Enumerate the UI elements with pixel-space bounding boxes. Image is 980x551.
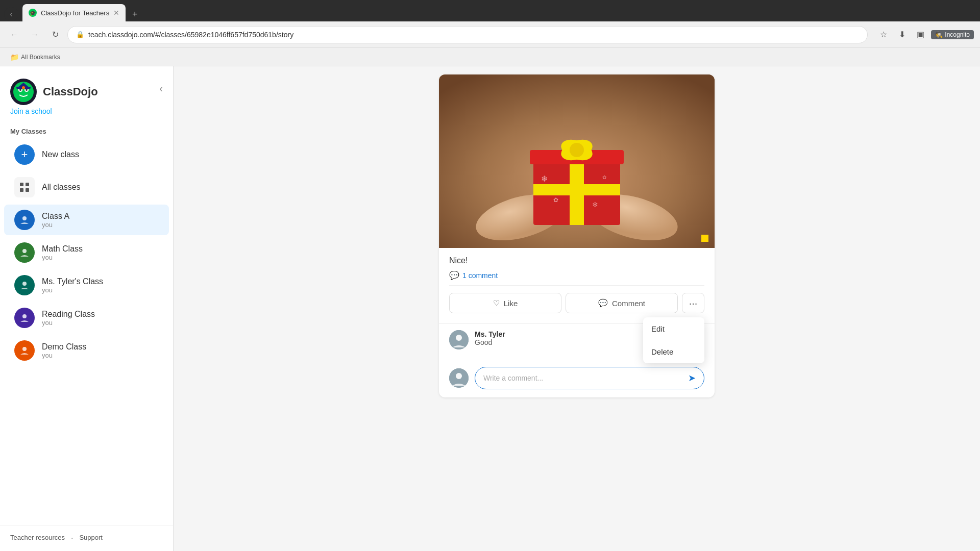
ms-tyler-sub: you xyxy=(42,286,103,294)
like-label: Like xyxy=(504,299,518,308)
lock-icon: 🔒 xyxy=(76,31,84,38)
bookmarks-bar: 📁 All Bookmarks xyxy=(0,48,980,66)
svg-point-3 xyxy=(19,89,21,91)
new-class-label: New class xyxy=(42,150,79,159)
heart-icon: ♡ xyxy=(493,298,500,308)
reading-class-text: Reading Class you xyxy=(42,310,95,327)
demo-class-sub: you xyxy=(42,352,86,359)
refresh-button[interactable]: ↻ xyxy=(47,27,63,43)
new-tab-button[interactable]: + xyxy=(128,7,142,21)
all-classes-label: All classes xyxy=(42,183,81,192)
toolbar-right: ☆ ⬇ ▣ 🕵 Incognito xyxy=(876,27,974,42)
browser-chrome: ‹ 🎓 ClassDojo for Teachers ✕ + ← → ↻ 🔒 t… xyxy=(0,0,980,66)
new-class-item[interactable]: + New class xyxy=(4,139,169,170)
action-bar: ♡ Like 💬 Comment ··· Edit xyxy=(449,291,704,315)
post-body: Nice! 💬 1 comment ♡ Like 💬 Comment xyxy=(439,248,715,323)
active-tab[interactable]: 🎓 ClassDojo for Teachers ✕ xyxy=(22,4,126,21)
math-class-sub: you xyxy=(42,254,83,261)
svg-rect-8 xyxy=(26,183,29,186)
like-button[interactable]: ♡ Like xyxy=(449,293,561,313)
bookmarks-label: All Bookmarks xyxy=(21,54,60,61)
app: ClassDojo Join a school ‹ My Classes + N… xyxy=(0,66,980,551)
gift-image-svg: ❄ ✿ ❄ ✿ xyxy=(439,74,715,248)
dojo-avatar xyxy=(10,79,37,105)
browser-tabs: ‹ 🎓 ClassDojo for Teachers ✕ + xyxy=(0,0,980,21)
tab-favicon: 🎓 xyxy=(29,9,37,17)
svg-point-14 xyxy=(22,249,27,253)
post-card: ❄ ✿ ❄ ✿ Nice! 💬 1 comment xyxy=(439,74,715,397)
demo-class-avatar xyxy=(14,340,35,361)
logo-row: ClassDojo xyxy=(10,79,98,105)
join-school-link[interactable]: Join a school xyxy=(10,107,98,115)
footer-dot: · xyxy=(71,534,73,543)
support-link[interactable]: Support xyxy=(79,534,103,543)
incognito-icon: 🕵 xyxy=(935,31,943,38)
ms-tyler-name: Ms. Tyler's Class xyxy=(42,277,103,286)
class-a-text: Class A you xyxy=(42,212,69,229)
reading-class-sub: you xyxy=(42,319,95,327)
ms-tyler-avatar-icon xyxy=(18,279,31,291)
svg-text:✿: ✿ xyxy=(553,196,558,204)
main-content: ❄ ✿ ❄ ✿ Nice! 💬 1 comment xyxy=(174,66,980,551)
back-button[interactable]: ← xyxy=(6,27,22,43)
svg-point-20 xyxy=(22,347,27,351)
comment-count[interactable]: 💬 1 comment xyxy=(449,270,704,280)
math-class-text: Math Class you xyxy=(42,244,83,261)
tab-close-button[interactable]: ✕ xyxy=(113,9,119,17)
dots-icon: ··· xyxy=(689,297,698,309)
more-action-container: ··· Edit Delete xyxy=(682,293,704,313)
story-indicator xyxy=(701,235,708,242)
collapse-sidebar-button[interactable]: ‹ xyxy=(159,83,163,94)
address-bar[interactable]: 🔒 teach.classdojo.com/#/classes/65982e10… xyxy=(67,26,868,43)
ms-tyler-text: Ms. Tyler's Class you xyxy=(42,277,103,294)
forward-button[interactable]: → xyxy=(27,27,43,43)
tab-list-back[interactable]: ‹ xyxy=(4,7,18,21)
more-options-button[interactable]: ··· xyxy=(682,293,704,313)
comment-button[interactable]: 💬 Comment xyxy=(566,293,678,313)
send-icon[interactable]: ➤ xyxy=(688,372,696,384)
sidebar-item-demo-class[interactable]: Demo Class you xyxy=(4,335,169,366)
comment-bubble-icon: 💬 xyxy=(449,270,459,280)
sidebar-item-reading-class[interactable]: Reading Class you xyxy=(4,303,169,333)
svg-rect-7 xyxy=(20,183,23,186)
teacher-resources-link[interactable]: Teacher resources xyxy=(10,534,65,543)
edit-menu-item[interactable]: Edit xyxy=(643,317,704,340)
incognito-label: Incognito xyxy=(945,31,970,38)
demo-class-name: Demo Class xyxy=(42,342,86,352)
class-a-avatar-icon xyxy=(18,214,31,226)
svg-point-18 xyxy=(22,314,27,318)
tab-list: 🎓 ClassDojo for Teachers ✕ xyxy=(22,4,126,21)
comment-label: Comment xyxy=(612,299,645,308)
logo-area: ClassDojo Join a school xyxy=(10,79,98,115)
reading-class-avatar xyxy=(14,308,35,328)
comment-input[interactable]: Write a comment... ➤ xyxy=(475,367,704,389)
all-classes-item[interactable]: All classes xyxy=(4,172,169,203)
class-a-name: Class A xyxy=(42,212,69,221)
svg-text:❄: ❄ xyxy=(541,174,548,183)
post-image: ❄ ✿ ❄ ✿ xyxy=(439,74,715,248)
commenter-avatar xyxy=(449,330,469,349)
extensions-icon[interactable]: ▣ xyxy=(913,27,928,42)
comment-count-text: 1 comment xyxy=(462,271,498,280)
comment-placeholder: Write a comment... xyxy=(483,374,543,382)
sidebar-item-math-class[interactable]: Math Class you xyxy=(4,237,169,268)
sidebar-item-class-a[interactable]: Class A you xyxy=(4,205,169,235)
svg-point-30 xyxy=(570,143,584,157)
math-class-name: Math Class xyxy=(42,244,83,254)
svg-text:✿: ✿ xyxy=(602,174,606,180)
address-text: teach.classdojo.com/#/classes/65982e1046… xyxy=(88,31,293,39)
delete-menu-item[interactable]: Delete xyxy=(643,340,704,363)
comment-icon-btn: 💬 xyxy=(598,298,608,308)
demo-class-avatar-icon xyxy=(18,344,31,357)
incognito-badge: 🕵 Incognito xyxy=(931,30,974,39)
math-class-avatar xyxy=(14,242,35,263)
comment-input-row: Write a comment... ➤ xyxy=(439,363,715,397)
dojo-monster-svg xyxy=(12,81,35,103)
all-bookmarks-item[interactable]: 📁 All Bookmarks xyxy=(6,51,64,63)
my-classes-label: My Classes xyxy=(0,123,173,138)
bookmark-star-icon[interactable]: ☆ xyxy=(876,27,891,42)
svg-point-39 xyxy=(456,373,462,379)
sidebar-item-ms-tyler[interactable]: Ms. Tyler's Class you xyxy=(4,270,169,300)
download-icon[interactable]: ⬇ xyxy=(894,27,910,42)
browser-toolbar: ← → ↻ 🔒 teach.classdojo.com/#/classes/65… xyxy=(0,21,980,48)
